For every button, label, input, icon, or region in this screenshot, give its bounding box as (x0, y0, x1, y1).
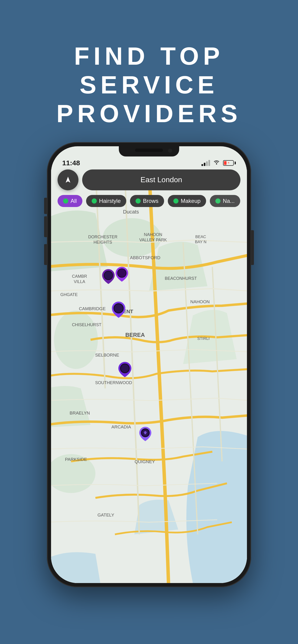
battery-fill (224, 161, 226, 165)
svg-point-8 (118, 269, 126, 277)
map-pin-3[interactable] (112, 302, 125, 319)
chip-all[interactable]: All (58, 195, 82, 207)
map-label-selborne: SELBORNE (95, 352, 119, 358)
filter-row: All Hairstyle Brows Makeup Na... (51, 195, 247, 207)
chip-nails[interactable]: Na... (210, 195, 240, 207)
battery-icon (223, 160, 236, 166)
volume-down-button (44, 244, 47, 265)
battery-body (223, 160, 234, 166)
map-label-cambr-villa: CAMBRVILLA (72, 274, 87, 285)
phone-wrapper: 11:48 (47, 142, 251, 587)
notch-speaker (135, 148, 163, 152)
svg-point-12 (121, 364, 129, 372)
map-label-ghgate: GHGATE (60, 292, 78, 297)
chip-icon-makeup (173, 198, 178, 204)
map-pin-4[interactable] (118, 362, 131, 378)
svg-marker-15 (66, 177, 70, 183)
status-bar: 11:48 (51, 156, 247, 170)
location-button[interactable] (58, 170, 79, 190)
signal-icon (201, 160, 210, 166)
chip-makeup[interactable]: Makeup (168, 195, 206, 207)
map-label-cambridge: CAMBRIDGE (79, 306, 106, 311)
map-label-quigney: QUIGNEY (135, 459, 155, 464)
chip-icon-nails (215, 198, 220, 204)
map-label-chiselhurst: CHISELHURST (72, 322, 101, 327)
status-icons (201, 160, 236, 166)
phone-notch (119, 146, 179, 156)
chip-label-brows: Brows (143, 198, 159, 204)
signal-bar-3 (206, 161, 208, 166)
search-bar[interactable]: East London (82, 170, 240, 190)
map-label-arcadia: ARCADIA (111, 424, 131, 430)
chip-brows[interactable]: Brows (130, 195, 164, 207)
search-row: East London (51, 170, 247, 190)
map-label-beac-bay: BEACBAY N (195, 234, 206, 244)
silent-button (44, 198, 47, 214)
power-button (251, 230, 254, 265)
map-label-gately: GATELY (98, 512, 114, 518)
phone-screen: 11:48 (51, 146, 247, 583)
map-label-braelyn: BRAELYN (70, 410, 90, 416)
chip-label-hairstyle: Hairstyle (99, 198, 121, 204)
map-label-stirli: STIRLI (197, 336, 210, 341)
map-pin-2[interactable] (116, 267, 128, 282)
signal-bar-2 (204, 163, 205, 166)
svg-point-10 (114, 304, 123, 312)
map-area[interactable]: Ducats DORCHESTERHEIGHTS NAHOONVALLEY PA… (51, 170, 247, 583)
map-label-ducats: Ducats (123, 209, 139, 215)
volume-up-button (44, 216, 47, 237)
map-label-beaconhurst: BEACONHURST (165, 276, 197, 281)
map-label-abbotsford: ABBOTSFORD (130, 255, 160, 260)
chip-label-all: All (71, 198, 77, 204)
chip-label-makeup: Makeup (181, 198, 200, 204)
map-pin-1[interactable] (102, 269, 115, 285)
battery-tip (235, 162, 236, 164)
map-label-southernwood: SOUTHERNWOOD (95, 380, 132, 385)
map-label-parkside: PARKSIDE (65, 457, 87, 462)
map-label-nahoon: NAHOON (190, 299, 210, 304)
signal-bar-1 (201, 164, 203, 166)
chip-hairstyle[interactable]: Hairstyle (86, 195, 126, 207)
map-label-nahoon-valley: NAHOONVALLEY PARK (139, 232, 167, 243)
chip-icon-all (63, 198, 68, 204)
svg-point-6 (104, 272, 112, 279)
map-label-dorchester: DORCHESTERHEIGHTS (88, 234, 117, 245)
search-location-text: East London (140, 176, 182, 184)
signal-bar-4 (208, 160, 210, 166)
notch-camera (168, 148, 172, 153)
status-time: 11:48 (62, 159, 80, 167)
map-label-berea: BEREA (125, 332, 145, 338)
map-pin-5[interactable] (139, 427, 151, 442)
chip-icon-hairstyle (92, 198, 97, 204)
wifi-icon (213, 160, 220, 166)
chip-icon-brows (136, 198, 141, 204)
svg-point-0 (216, 163, 217, 164)
hero-title: FIND TOP SERVICE PROVIDERS (0, 42, 298, 128)
hero-section: FIND TOP SERVICE PROVIDERS (0, 0, 298, 142)
phone-container: 11:48 (0, 142, 298, 587)
chip-label-nails: Na... (223, 198, 235, 204)
